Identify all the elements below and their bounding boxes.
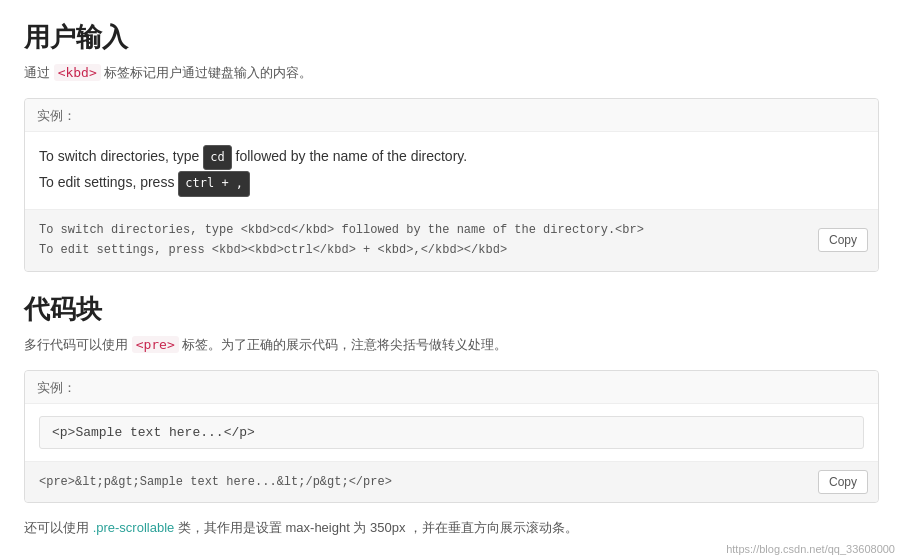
section2-code-line: <pre>&lt;p&gt;Sample text here...&lt;/p&… <box>39 475 392 489</box>
user-input-section: 用户输入 通过 <kbd> 标签标记用户通过键盘输入的内容。 实例： To sw… <box>24 20 879 272</box>
section2-note: 还可以使用 .pre-scrollable 类，其作用是设置 max-heigh… <box>24 519 879 537</box>
footer-link: https://blog.csdn.net/qq_33608000 <box>726 543 895 555</box>
section2-preview: <p>Sample text here...</p> <box>25 404 878 462</box>
section1-code-line2: To edit settings, press <kbd><kbd>ctrl</… <box>39 243 507 257</box>
section1-title: 用户输入 <box>24 20 879 55</box>
section1-example-box: 实例： To switch directories, type cd follo… <box>24 98 879 272</box>
section2-example-label: 实例： <box>25 371 878 404</box>
section1-code: To switch directories, type <kbd>cd</kbd… <box>25 210 878 271</box>
section1-example-label: 实例： <box>25 99 878 132</box>
preview-line1-after: followed by the name of the directory. <box>236 148 468 164</box>
section2-copy-button[interactable]: Copy <box>818 470 868 494</box>
section1-copy-button[interactable]: Copy <box>818 228 868 252</box>
preview-kbd-cd: cd <box>203 145 231 171</box>
section2-code: <pre>&lt;p&gt;Sample text here...&lt;/p&… <box>25 462 878 502</box>
pre-tag-code: <pre> <box>132 336 179 353</box>
preview-line2-before: To edit settings, press <box>39 174 178 190</box>
preview-kbd-ctrl: ctrl + , <box>178 171 250 197</box>
section1-code-line1: To switch directories, type <kbd>cd</kbd… <box>39 223 644 237</box>
code-block-section: 代码块 多行代码可以使用 <pre> 标签。为了正确的展示代码，注意将尖括号做转… <box>24 292 879 537</box>
section2-preview-code: <p>Sample text here...</p> <box>39 416 864 449</box>
pre-scrollable-class: .pre-scrollable <box>93 520 175 535</box>
section2-example-box: 实例： <p>Sample text here...</p> <pre>&lt;… <box>24 370 879 503</box>
kbd-tag-code: <kbd> <box>54 64 101 81</box>
section2-title: 代码块 <box>24 292 879 327</box>
section1-preview: To switch directories, type cd followed … <box>25 132 878 210</box>
preview-line1-before: To switch directories, type <box>39 148 203 164</box>
section1-subtitle: 通过 <kbd> 标签标记用户通过键盘输入的内容。 <box>24 63 879 84</box>
section2-subtitle: 多行代码可以使用 <pre> 标签。为了正确的展示代码，注意将尖括号做转义处理。 <box>24 335 879 356</box>
